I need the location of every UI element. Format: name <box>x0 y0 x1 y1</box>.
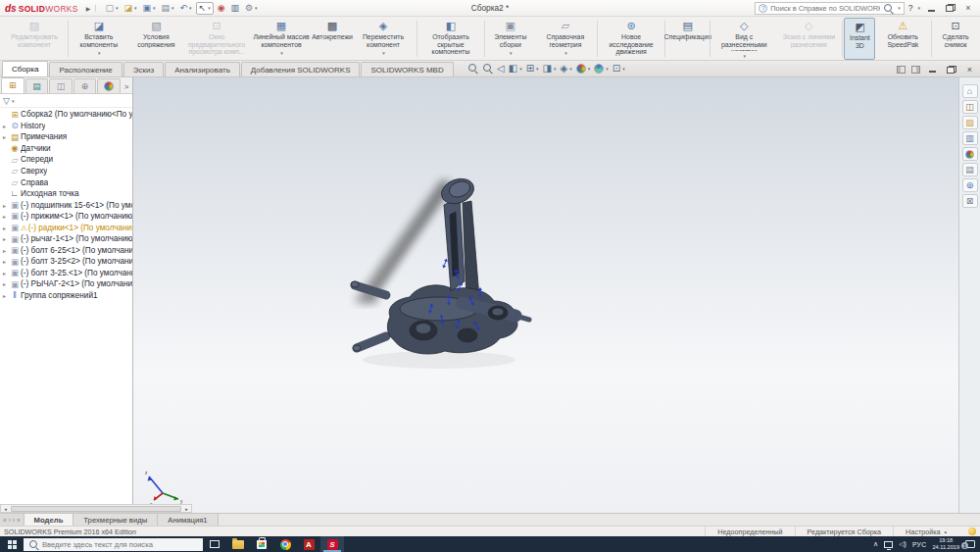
new-document-button[interactable]: ▢▾ <box>103 3 120 14</box>
tree-item-history[interactable]: ▸⊙History <box>0 121 132 132</box>
zoom-to-area-button[interactable] <box>482 63 493 74</box>
expand-arrow-icon[interactable]: ▸ <box>3 292 10 299</box>
language-indicator[interactable]: РУС <box>912 541 927 548</box>
tab-scroll-button-2[interactable]: › <box>13 517 15 524</box>
tree-item-bolt-6-25[interactable]: ▸▣(-) болт 6-25<1> (По умолчанию<<П <box>0 245 132 257</box>
status-editing[interactable]: Редактируется Сборка <box>795 527 894 536</box>
edit-component-button[interactable]: ▨Редактировать компонент <box>2 18 67 60</box>
tab-scroll-button-0[interactable]: « <box>3 517 7 524</box>
tree-item-annotations[interactable]: ▸▤Примечания <box>0 131 132 143</box>
menu-flyout-icon[interactable]: ▶ <box>81 5 97 12</box>
expand-arrow-icon[interactable]: ▸ <box>3 235 10 242</box>
print-button[interactable]: ▤▾ <box>160 3 176 14</box>
pane-right-toggle-icon[interactable] <box>911 66 920 74</box>
bill-of-materials-button[interactable]: ▤Спецификация <box>666 18 709 60</box>
propertymanager-tab[interactable]: ▤ <box>25 78 49 93</box>
edit-appearance-button[interactable]: ▾ <box>576 64 591 74</box>
tree-item-rychag-2[interactable]: ▸▣(-) РЫЧАГ-2<1> (По умолчанию<<Пк <box>0 278 132 290</box>
options-button[interactable]: ⚙▾ <box>243 3 260 14</box>
task-view-button[interactable] <box>203 536 226 552</box>
tree-item-bolt-3-25-2[interactable]: ▸▣(-) болт 3-25<2> (По умолчанию<<П <box>0 256 132 268</box>
exploded-view-dropdown-icon[interactable]: ▾ <box>744 53 747 59</box>
reference-geometry-button[interactable]: ▱Справочная геометрия▾ <box>535 18 596 60</box>
design-library-tab[interactable]: ◫ <box>962 100 978 114</box>
status-tag-icon[interactable] <box>968 527 976 535</box>
filter-icon[interactable]: ▽ <box>3 96 10 106</box>
mate-button[interactable]: ▧Условия сопряжения <box>128 18 184 60</box>
tree-item-origin[interactable]: ∟Исходная точка <box>0 188 132 200</box>
tree-item-mates-group[interactable]: ▸‖Группа сопряжений1 <box>0 290 132 302</box>
featuremanager-tab[interactable]: ⊞ <box>1 77 24 93</box>
new-motion-study-button[interactable]: ⊛Новое исследование движения <box>599 18 663 60</box>
tab-mbd[interactable]: SOLIDWORKS MBD <box>361 62 453 76</box>
apply-scene-button-dropdown-icon[interactable]: ▾ <box>606 66 609 72</box>
volume-icon[interactable]: ◁) <box>899 540 906 548</box>
expand-arrow-icon[interactable]: ▸ <box>3 225 10 231</box>
expand-arrow-icon[interactable]: ▸ <box>3 247 10 254</box>
pane-left-toggle-icon[interactable] <box>897 66 906 74</box>
view-orientation-button[interactable]: ⊞▾ <box>526 64 539 74</box>
assembly-model[interactable]: z x y <box>133 77 958 513</box>
tree-item-podshipnik[interactable]: ▸▣(-) подшипник 15-6<1> (По умолчани <box>0 199 132 211</box>
explode-line-sketch-button[interactable]: ◇Эскиз с линиями разнесения <box>776 18 841 60</box>
hide-show-items-button[interactable]: ◈▾ <box>561 64 572 74</box>
smart-fasteners-button[interactable]: ▩Автокрепежи <box>314 18 351 60</box>
tree-item-front-plane[interactable]: ▱Спереди <box>0 154 132 166</box>
undo-button[interactable]: ↶▾ <box>178 3 194 14</box>
hide-show-items-button-dropdown-icon[interactable]: ▾ <box>569 66 572 72</box>
home-tab[interactable]: ⌂ <box>962 84 978 98</box>
update-speedpak-button[interactable]: ⚠Обновить SpeedPak <box>875 18 930 60</box>
undo-button-dropdown-icon[interactable]: ▾ <box>189 5 192 11</box>
scroll-left-icon[interactable]: ◂ <box>1 506 10 512</box>
tab-model[interactable]: Модель <box>24 514 74 526</box>
app-restore-button[interactable] <box>942 2 957 15</box>
print-button-dropdown-icon[interactable]: ▾ <box>172 5 174 11</box>
acrobat-button[interactable]: A <box>297 536 320 552</box>
graphics-viewport[interactable]: z x y <box>133 77 958 513</box>
tab-assembly[interactable]: Сборка <box>2 61 48 76</box>
status-underdefined[interactable]: Недоопределенный <box>705 527 794 536</box>
filter-dropdown-icon[interactable]: ▾ <box>12 98 15 104</box>
tree-item-top-plane[interactable]: ▱Сверху <box>0 166 132 177</box>
help-dropdown-icon[interactable]: ▾ <box>917 5 920 11</box>
tree-item-rychag-1[interactable]: ▸▣(-) рычаг-1<1> (По умолчанию<<По <box>0 233 132 245</box>
expand-arrow-icon[interactable]: ▸ <box>3 270 10 276</box>
chrome-button[interactable] <box>273 536 297 552</box>
comments-tab[interactable]: ⊠ <box>962 194 978 208</box>
doc-restore-button[interactable] <box>945 64 957 75</box>
tab-layout[interactable]: Расположение <box>49 62 122 76</box>
search-dropdown-icon[interactable]: ▾ <box>898 5 901 11</box>
app-close-button[interactable]: × <box>960 2 976 15</box>
take-snapshot-button[interactable]: ⊡Сделать снимок <box>933 18 978 60</box>
tree-root-assembly[interactable]: ⊞Сборка2 (По умолчанию<По умолчани <box>0 109 132 121</box>
display-style-button[interactable]: ◨▾ <box>543 64 557 74</box>
display-style-button-dropdown-icon[interactable]: ▾ <box>554 66 557 72</box>
tab-animation1[interactable]: Анимация1 <box>158 514 218 526</box>
notification-center-icon[interactable]: 1 <box>965 540 975 548</box>
view-palette-tab[interactable]: ▥ <box>962 131 978 145</box>
custom-properties-tab[interactable]: ▤ <box>962 163 978 176</box>
linear-component-pattern-button[interactable]: ▦Линейный массив компонентов▾ <box>249 18 314 60</box>
linear-component-pattern-dropdown-icon[interactable]: ▾ <box>280 50 283 56</box>
file-explorer-tab[interactable]: ▨ <box>962 116 978 129</box>
move-component-button[interactable]: ◈Переместить компонент▾ <box>351 18 416 60</box>
tree-item-sensors[interactable]: ◉Датчики <box>0 143 132 155</box>
expand-arrow-icon[interactable]: ▸ <box>3 202 10 209</box>
assembly-features-button[interactable]: ▣Элементы сборки▾ <box>486 18 535 60</box>
help-search-box[interactable]: ? ▾ <box>755 2 905 15</box>
rebuild-button[interactable]: ◉ <box>216 3 227 14</box>
doc-close-button[interactable]: × <box>963 64 976 75</box>
app-minimize-button[interactable] <box>923 2 939 15</box>
show-hidden-components-button[interactable]: ◧Отобразить скрытые компоненты <box>418 18 483 60</box>
solidworks-button[interactable]: S <box>320 536 344 552</box>
section-view-button-dropdown-icon[interactable]: ▾ <box>519 66 522 72</box>
select-tool-button-dropdown-icon[interactable]: ▾ <box>208 5 211 11</box>
save-button-dropdown-icon[interactable]: ▾ <box>153 5 156 11</box>
hidden-icons-chevron[interactable]: ∧ <box>873 540 878 548</box>
view-settings-button[interactable]: ⊡▾ <box>612 64 625 74</box>
start-button[interactable] <box>0 536 24 552</box>
help-button[interactable]: ? <box>908 3 913 13</box>
tree-item-prizhim[interactable]: ▸▣(-) прижим<1> (По умолчанию<<По <box>0 211 132 223</box>
taskbar-search-input[interactable] <box>42 540 198 549</box>
doc-minimize-button[interactable] <box>926 64 939 75</box>
